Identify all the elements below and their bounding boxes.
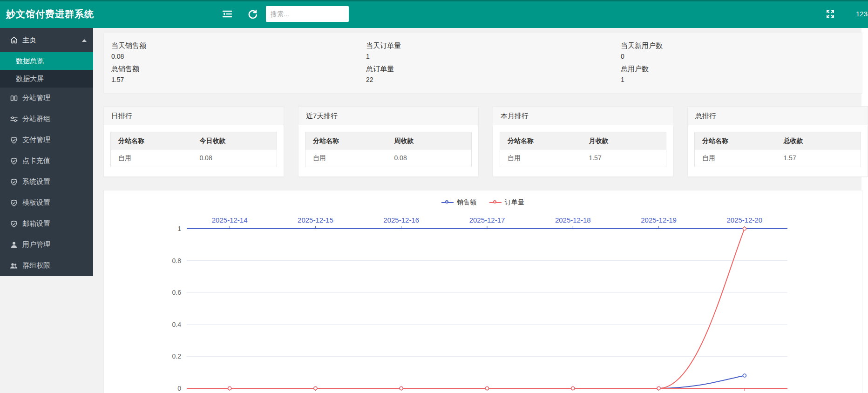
legend-label: 订单量	[505, 198, 524, 207]
table-header-row: 分站名称 月收款	[500, 132, 666, 149]
stat-today-sales: 当天销售额 0.08	[111, 38, 366, 60]
cell-site-name: 自用	[305, 149, 387, 167]
sidebar-item-data-overview[interactable]: 数据总览	[0, 52, 93, 70]
ranking-card-title: 日排行	[104, 107, 284, 125]
sidebar-item-card-recharge[interactable]: 点卡充值	[0, 150, 93, 171]
sidebar-item-data-screen[interactable]: 数据大屏	[0, 70, 93, 88]
users-icon	[10, 262, 18, 270]
sidebar-item-label: 模板设置	[22, 198, 50, 207]
sidebar-item-system-settings[interactable]: 系统设置	[0, 171, 93, 192]
table-header-row: 分站名称 总收款	[695, 132, 861, 149]
cell-site-name: 自用	[111, 149, 192, 167]
cell-amount: 0.08	[387, 149, 471, 167]
sidebar-item-home[interactable]: 主页	[0, 28, 93, 52]
sidebar-item-substation-mgmt[interactable]: 分站管理	[0, 88, 93, 108]
ranking-table: 分站名称 月收款 自用 1.57	[500, 132, 666, 167]
cell-amount: 1.57	[776, 149, 861, 167]
table-header-row: 分站名称 周收款	[305, 132, 471, 149]
column-header: 月收款	[581, 132, 666, 149]
sidebar-item-label: 用户管理	[22, 240, 50, 249]
table-row: 自用 1.57	[500, 149, 666, 167]
column-header: 分站名称	[111, 132, 192, 149]
column-header: 分站名称	[305, 132, 387, 149]
column-header: 分站名称	[500, 132, 581, 149]
svg-text:2025-12-15: 2025-12-15	[298, 216, 333, 224]
sidebar-item-payment-mgmt[interactable]: 支付管理	[0, 129, 93, 150]
legend-item-orders[interactable]: 订单量	[489, 198, 524, 207]
sidebar-item-label: 邮箱设置	[22, 219, 50, 228]
user-menu[interactable]: 12345	[856, 0, 868, 28]
svg-text:0.4: 0.4	[172, 321, 182, 328]
svg-text:2025-12-17: 2025-12-17	[469, 216, 505, 224]
table-header-row: 分站名称 今日收款	[111, 132, 277, 149]
sidebar-item-label: 群组权限	[22, 261, 50, 270]
sidebar-item-label: 系统设置	[22, 177, 50, 186]
stat-total-sales: 总销售额 1.57	[111, 61, 366, 83]
column-header: 今日收款	[192, 132, 277, 149]
column-header: 总收款	[776, 132, 861, 149]
stat-value: 1	[366, 53, 621, 60]
top-header: 妙文馆付费进群系统 12345	[0, 0, 868, 28]
stat-label: 总用户数	[621, 61, 862, 76]
stat-today-new-users: 当天新用户数 0	[621, 38, 862, 60]
svg-text:2025-12-19: 2025-12-19	[641, 216, 677, 224]
svg-text:0.8: 0.8	[172, 257, 182, 264]
sidebar-item-group-permissions[interactable]: 群组权限	[0, 255, 93, 276]
shield-check-icon	[10, 199, 18, 207]
sliders-icon	[10, 115, 18, 123]
sidebar-item-substation-groups[interactable]: 分站群组	[0, 108, 93, 129]
user-icon	[10, 241, 18, 249]
svg-text:2025-12-18: 2025-12-18	[555, 216, 591, 224]
stat-total-orders: 总订单量 22	[366, 61, 621, 83]
svg-text:0.2: 0.2	[172, 352, 182, 360]
sidebar-item-label: 数据总览	[16, 57, 44, 66]
collapse-menu-icon[interactable]	[221, 8, 233, 20]
svg-text:2025-12-20: 2025-12-20	[726, 216, 762, 224]
stat-label: 总销售额	[111, 61, 366, 76]
sidebar-nav: 主页 数据总览 数据大屏 分站管理 分站群组 支付管理	[0, 28, 93, 276]
shield-check-icon	[10, 136, 18, 144]
ranking-card-title: 总排行	[688, 107, 868, 125]
legend-swatch-red	[489, 202, 502, 203]
app-title: 妙文馆付费进群系统	[6, 0, 94, 28]
sidebar-item-label: 数据大屏	[16, 75, 44, 83]
svg-text:0: 0	[177, 385, 181, 392]
legend-swatch-blue	[441, 202, 454, 203]
stat-label: 总订单量	[366, 61, 621, 76]
fullscreen-icon[interactable]	[824, 8, 836, 20]
admin-dashboard: { "header": { "title": "妙文馆付费进群系统", "sea…	[0, 0, 868, 393]
sidebar-item-label: 点卡充值	[22, 156, 50, 165]
svg-text:2025-12-14: 2025-12-14	[212, 216, 248, 224]
sidebar-item-user-mgmt[interactable]: 用户管理	[0, 234, 93, 255]
cell-amount: 0.08	[192, 149, 277, 167]
sidebar-item-email-settings[interactable]: 邮箱设置	[0, 213, 93, 234]
sidebar-item-template-settings[interactable]: 模板设置	[0, 192, 93, 213]
sidebar-item-label: 分站群组	[22, 115, 50, 123]
stat-value: 1	[621, 76, 862, 83]
sales-orders-chart-card: 00.20.40.60.812025-12-142025-12-152025-1…	[103, 190, 862, 393]
ranking-cards-row: 日排行 分站名称 今日收款 自用 0.08 近7天排行 分站名称 周收款 自用 …	[103, 106, 868, 177]
home-icon	[10, 36, 18, 44]
cell-amount: 1.57	[581, 149, 666, 167]
legend-item-sales[interactable]: 销售额	[441, 198, 476, 207]
svg-text:2025-12-16: 2025-12-16	[383, 216, 419, 224]
ranking-table: 分站名称 周收款 自用 0.08	[305, 132, 472, 167]
chart-legend: 销售额 订单量	[104, 198, 862, 207]
ranking-table: 分站名称 今日收款 自用 0.08	[110, 132, 277, 167]
shield-check-icon	[10, 157, 18, 165]
chevron-up-icon	[82, 39, 87, 42]
column-header: 周收款	[387, 132, 471, 149]
svg-text:1: 1	[177, 225, 181, 232]
stats-summary-card: 当天销售额 0.08 总销售额 1.57 当天订单量 1 总订单量 22 当天新…	[103, 33, 862, 94]
cell-site-name: 自用	[500, 149, 581, 167]
stat-total-users: 总用户数 1	[621, 61, 862, 83]
ranking-table: 分站名称 总收款 自用 1.57	[694, 132, 861, 167]
stat-label: 当天销售额	[111, 38, 366, 53]
line-chart[interactable]: 00.20.40.60.812025-12-142025-12-152025-1…	[104, 190, 863, 393]
cell-site-name: 自用	[695, 149, 776, 167]
ranking-card-title: 本月排行	[493, 107, 673, 125]
stats-col-orders: 当天订单量 1 总订单量 22	[366, 38, 621, 93]
refresh-icon[interactable]	[247, 8, 259, 20]
sidebar-item-label: 分站管理	[22, 94, 50, 102]
search-input[interactable]	[266, 6, 349, 22]
